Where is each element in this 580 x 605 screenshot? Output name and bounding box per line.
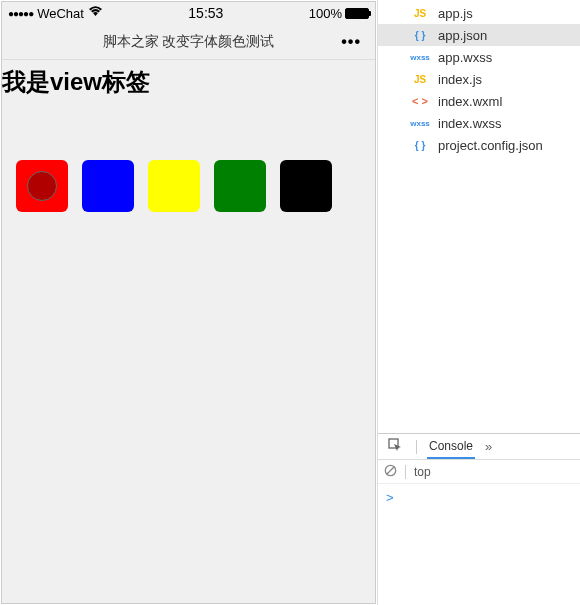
more-tabs-icon[interactable]: » [485,439,492,454]
file-type-icon: JS [408,6,432,20]
context-selector[interactable]: top [414,465,431,479]
separator [405,465,406,479]
right-panel: JSapp.js{ }app.jsonwxssapp.wxssJSindex.j… [377,0,580,605]
file-list: JSapp.js{ }app.jsonwxssapp.wxssJSindex.j… [378,0,580,433]
file-type-icon: wxss [408,116,432,130]
status-time: 15:53 [188,5,223,21]
color-option-black[interactable] [280,160,332,212]
file-type-icon: { } [408,28,432,42]
color-option-red[interactable] [16,160,68,212]
color-row [2,102,375,212]
console-tabs: Console » [378,434,580,460]
file-item[interactable]: < >index.wxml [378,90,580,112]
nav-bar: 脚本之家 改变字体颜色测试 ••• [2,24,375,60]
prompt-icon: > [386,490,394,505]
color-option-green[interactable] [214,160,266,212]
battery-percent: 100% [309,6,342,21]
file-item[interactable]: { }project.config.json [378,134,580,156]
page-content: 我是view标签 [2,60,375,603]
file-name: index.wxss [438,116,502,131]
inspect-icon[interactable] [384,438,406,455]
file-type-icon: wxss [408,50,432,64]
color-option-yellow[interactable] [148,160,200,212]
file-type-icon: { } [408,138,432,152]
file-name: index.wxml [438,94,502,109]
console-body[interactable]: > [378,484,580,605]
file-name: app.wxss [438,50,492,65]
signal-icon: ●●●●● [8,8,33,19]
file-name: index.js [438,72,482,87]
menu-icon[interactable]: ••• [341,33,361,51]
status-left: ●●●●● WeChat [8,6,103,21]
view-label: 我是view标签 [2,60,375,102]
battery-icon [345,8,369,19]
color-option-blue[interactable] [82,160,134,212]
file-name: project.config.json [438,138,543,153]
phone-simulator: ●●●●● WeChat 15:53 100% 脚本之家 改变字体颜色测试 ••… [1,1,376,604]
wifi-icon [88,6,103,20]
file-type-icon: JS [408,72,432,86]
separator [416,440,417,454]
clear-icon[interactable] [384,464,397,480]
status-bar: ●●●●● WeChat 15:53 100% [2,2,375,24]
carrier-label: WeChat [37,6,84,21]
file-item[interactable]: wxssindex.wxss [378,112,580,134]
tab-console[interactable]: Console [427,434,475,459]
file-item[interactable]: wxssapp.wxss [378,46,580,68]
file-item[interactable]: JSindex.js [378,68,580,90]
radio-selected-icon [27,171,57,201]
file-type-icon: < > [408,94,432,108]
console-panel: Console » top > [378,433,580,605]
page-title: 脚本之家 改变字体颜色测试 [103,33,275,51]
console-filter-bar: top [378,460,580,484]
svg-line-2 [387,466,394,473]
file-name: app.json [438,28,487,43]
file-item[interactable]: { }app.json [378,24,580,46]
file-name: app.js [438,6,473,21]
file-item[interactable]: JSapp.js [378,2,580,24]
status-right: 100% [309,6,369,21]
